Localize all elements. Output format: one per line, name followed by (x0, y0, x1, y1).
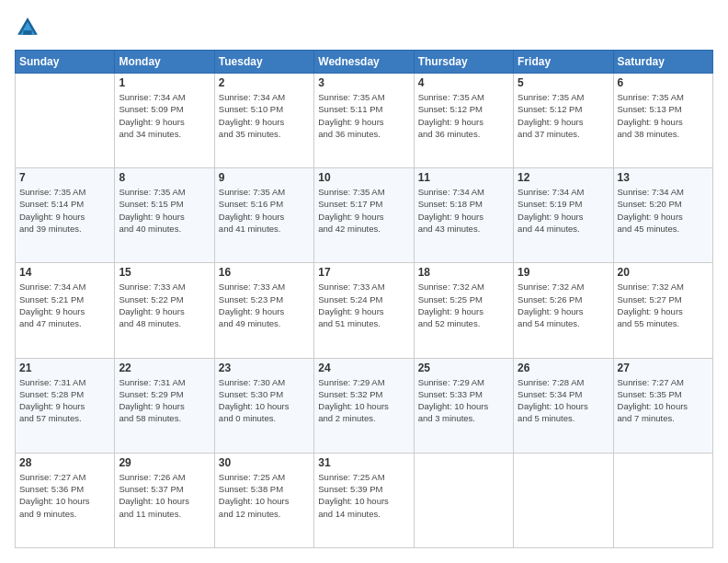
calendar-day-cell: 26Sunrise: 7:28 AM Sunset: 5:34 PM Dayli… (514, 358, 613, 453)
calendar-body: 1Sunrise: 7:34 AM Sunset: 5:09 PM Daylig… (16, 74, 713, 548)
calendar-day-cell: 2Sunrise: 7:34 AM Sunset: 5:10 PM Daylig… (214, 74, 313, 168)
calendar-week-row: 7Sunrise: 7:35 AM Sunset: 5:14 PM Daylig… (16, 168, 713, 263)
day-info: Sunrise: 7:35 AM Sunset: 5:16 PM Dayligh… (219, 186, 310, 235)
day-info: Sunrise: 7:34 AM Sunset: 5:20 PM Dayligh… (618, 186, 709, 235)
day-number: 8 (119, 171, 210, 184)
day-info: Sunrise: 7:34 AM Sunset: 5:19 PM Dayligh… (518, 186, 609, 235)
day-info: Sunrise: 7:27 AM Sunset: 5:36 PM Dayligh… (19, 471, 110, 520)
header (15, 15, 713, 40)
calendar-day-cell: 30Sunrise: 7:25 AM Sunset: 5:38 PM Dayli… (214, 453, 313, 547)
day-number: 25 (418, 362, 509, 374)
day-info: Sunrise: 7:35 AM Sunset: 5:17 PM Dayligh… (318, 186, 409, 235)
day-number: 10 (318, 171, 409, 184)
day-number: 6 (618, 76, 709, 89)
logo-icon (15, 15, 40, 40)
calendar-day-cell (613, 453, 712, 547)
calendar-day-cell: 19Sunrise: 7:32 AM Sunset: 5:26 PM Dayli… (514, 263, 613, 358)
day-number: 5 (518, 76, 609, 89)
calendar-week-row: 21Sunrise: 7:31 AM Sunset: 5:28 PM Dayli… (16, 358, 713, 453)
calendar-day-cell: 5Sunrise: 7:35 AM Sunset: 5:12 PM Daylig… (514, 74, 613, 168)
day-info: Sunrise: 7:35 AM Sunset: 5:11 PM Dayligh… (318, 91, 409, 140)
calendar-day-cell: 21Sunrise: 7:31 AM Sunset: 5:28 PM Dayli… (16, 358, 115, 453)
day-info: Sunrise: 7:27 AM Sunset: 5:35 PM Dayligh… (618, 376, 709, 425)
day-number: 11 (418, 171, 509, 184)
day-info: Sunrise: 7:26 AM Sunset: 5:37 PM Dayligh… (119, 471, 210, 520)
day-number: 7 (19, 171, 110, 184)
calendar-day-cell: 24Sunrise: 7:29 AM Sunset: 5:32 PM Dayli… (314, 358, 414, 453)
day-info: Sunrise: 7:35 AM Sunset: 5:14 PM Dayligh… (19, 186, 110, 235)
calendar-day-cell: 1Sunrise: 7:34 AM Sunset: 5:09 PM Daylig… (115, 74, 214, 168)
weekday-header-cell: Saturday (613, 51, 712, 74)
calendar-day-cell: 9Sunrise: 7:35 AM Sunset: 5:16 PM Daylig… (214, 168, 313, 263)
day-info: Sunrise: 7:31 AM Sunset: 5:29 PM Dayligh… (119, 376, 210, 425)
day-number: 30 (219, 456, 310, 469)
weekday-header-cell: Thursday (414, 51, 513, 74)
page: SundayMondayTuesdayWednesdayThursdayFrid… (0, 0, 728, 563)
day-info: Sunrise: 7:34 AM Sunset: 5:21 PM Dayligh… (19, 281, 110, 329)
calendar-day-cell: 13Sunrise: 7:34 AM Sunset: 5:20 PM Dayli… (613, 168, 712, 263)
calendar-day-cell (414, 453, 513, 547)
calendar-day-cell: 10Sunrise: 7:35 AM Sunset: 5:17 PM Dayli… (314, 168, 414, 263)
calendar-day-cell: 31Sunrise: 7:25 AM Sunset: 5:39 PM Dayli… (314, 453, 414, 547)
calendar-day-cell: 4Sunrise: 7:35 AM Sunset: 5:12 PM Daylig… (414, 74, 513, 168)
weekday-header-cell: Wednesday (314, 51, 414, 74)
calendar-day-cell: 28Sunrise: 7:27 AM Sunset: 5:36 PM Dayli… (16, 453, 115, 547)
calendar-day-cell: 11Sunrise: 7:34 AM Sunset: 5:18 PM Dayli… (414, 168, 513, 263)
day-number: 13 (618, 171, 709, 184)
day-info: Sunrise: 7:33 AM Sunset: 5:22 PM Dayligh… (119, 281, 210, 329)
calendar-day-cell: 27Sunrise: 7:27 AM Sunset: 5:35 PM Dayli… (613, 358, 712, 453)
day-info: Sunrise: 7:35 AM Sunset: 5:12 PM Dayligh… (418, 91, 509, 140)
day-info: Sunrise: 7:28 AM Sunset: 5:34 PM Dayligh… (518, 376, 609, 425)
calendar-day-cell: 15Sunrise: 7:33 AM Sunset: 5:22 PM Dayli… (115, 263, 214, 358)
weekday-header-cell: Friday (514, 51, 613, 74)
day-number: 1 (119, 76, 210, 89)
day-info: Sunrise: 7:32 AM Sunset: 5:27 PM Dayligh… (618, 281, 709, 329)
day-number: 3 (318, 76, 409, 89)
day-info: Sunrise: 7:34 AM Sunset: 5:10 PM Dayligh… (219, 91, 310, 140)
day-info: Sunrise: 7:32 AM Sunset: 5:26 PM Dayligh… (518, 281, 609, 329)
day-number: 23 (219, 362, 310, 374)
day-info: Sunrise: 7:33 AM Sunset: 5:23 PM Dayligh… (219, 281, 310, 329)
day-number: 27 (618, 362, 709, 374)
day-number: 16 (219, 266, 310, 279)
logo (15, 15, 44, 40)
calendar-day-cell: 20Sunrise: 7:32 AM Sunset: 5:27 PM Dayli… (613, 263, 712, 358)
day-info: Sunrise: 7:35 AM Sunset: 5:12 PM Dayligh… (518, 91, 609, 140)
day-info: Sunrise: 7:34 AM Sunset: 5:18 PM Dayligh… (418, 186, 509, 235)
day-info: Sunrise: 7:29 AM Sunset: 5:32 PM Dayligh… (318, 376, 409, 425)
calendar-day-cell: 12Sunrise: 7:34 AM Sunset: 5:19 PM Dayli… (514, 168, 613, 263)
weekday-header-cell: Tuesday (214, 51, 313, 74)
day-info: Sunrise: 7:29 AM Sunset: 5:33 PM Dayligh… (418, 376, 509, 425)
day-number: 17 (318, 266, 409, 279)
day-number: 2 (219, 76, 310, 89)
day-info: Sunrise: 7:25 AM Sunset: 5:38 PM Dayligh… (219, 471, 310, 520)
day-number: 29 (119, 456, 210, 469)
weekday-header-cell: Monday (115, 51, 214, 74)
day-info: Sunrise: 7:25 AM Sunset: 5:39 PM Dayligh… (318, 471, 409, 520)
day-number: 14 (19, 266, 110, 279)
calendar-day-cell: 18Sunrise: 7:32 AM Sunset: 5:25 PM Dayli… (414, 263, 513, 358)
day-number: 21 (19, 362, 110, 374)
calendar-day-cell (16, 74, 115, 168)
calendar-day-cell: 23Sunrise: 7:30 AM Sunset: 5:30 PM Dayli… (214, 358, 313, 453)
day-number: 28 (19, 456, 110, 469)
calendar-day-cell: 16Sunrise: 7:33 AM Sunset: 5:23 PM Dayli… (214, 263, 313, 358)
day-number: 31 (318, 456, 409, 469)
day-info: Sunrise: 7:31 AM Sunset: 5:28 PM Dayligh… (19, 376, 110, 425)
weekday-header-cell: Sunday (16, 51, 115, 74)
calendar-day-cell: 14Sunrise: 7:34 AM Sunset: 5:21 PM Dayli… (16, 263, 115, 358)
calendar-day-cell: 6Sunrise: 7:35 AM Sunset: 5:13 PM Daylig… (613, 74, 712, 168)
calendar-day-cell: 22Sunrise: 7:31 AM Sunset: 5:29 PM Dayli… (115, 358, 214, 453)
day-info: Sunrise: 7:32 AM Sunset: 5:25 PM Dayligh… (418, 281, 509, 329)
day-number: 4 (418, 76, 509, 89)
calendar-day-cell: 3Sunrise: 7:35 AM Sunset: 5:11 PM Daylig… (314, 74, 414, 168)
day-number: 26 (518, 362, 609, 374)
day-number: 18 (418, 266, 509, 279)
calendar-table: SundayMondayTuesdayWednesdayThursdayFrid… (15, 50, 713, 548)
day-number: 22 (119, 362, 210, 374)
calendar-week-row: 28Sunrise: 7:27 AM Sunset: 5:36 PM Dayli… (16, 453, 713, 547)
day-number: 20 (618, 266, 709, 279)
calendar-day-cell: 25Sunrise: 7:29 AM Sunset: 5:33 PM Dayli… (414, 358, 513, 453)
day-number: 24 (318, 362, 409, 374)
day-number: 19 (518, 266, 609, 279)
